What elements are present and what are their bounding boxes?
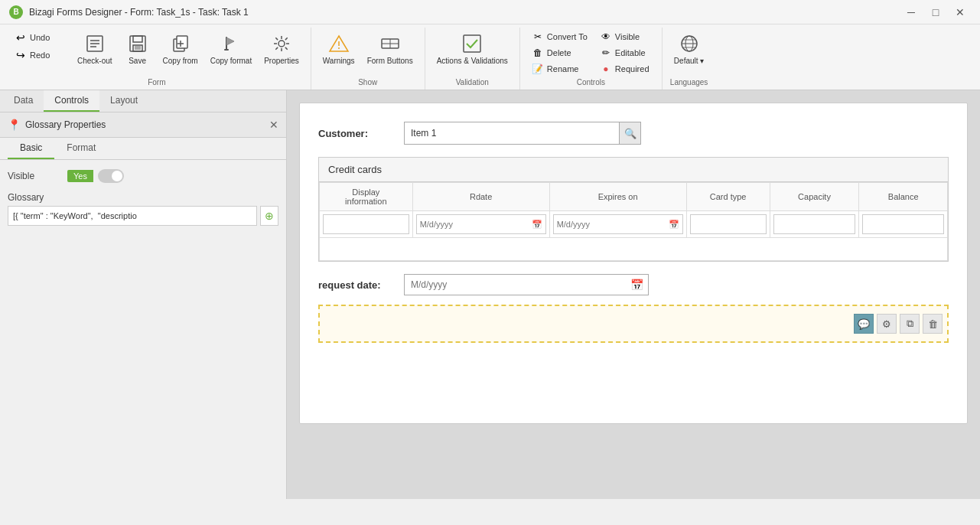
customer-row: Customer: 🔍 (318, 122, 949, 145)
panel-tab-basic[interactable]: Basic (8, 138, 54, 159)
tab-layout[interactable]: Layout (99, 90, 148, 112)
editable-icon: ✏ (600, 47, 612, 58)
languages-group-label: Languages (670, 77, 708, 90)
cell-card-type (686, 211, 770, 238)
properties-button[interactable]: Properties (259, 29, 304, 69)
checkout-icon (84, 33, 106, 54)
request-date-calendar-icon[interactable]: 📅 (626, 279, 648, 291)
customer-input[interactable] (405, 124, 619, 142)
validation-group-label: Validation (456, 77, 489, 90)
rename-button[interactable]: 📝 Rename (526, 61, 593, 77)
main-layout: Data Controls Layout 📍 Glossary Properti… (0, 90, 980, 499)
visible-button[interactable]: 👁 Visible (594, 29, 656, 44)
editable-label: Editable (615, 48, 646, 57)
editable-button[interactable]: ✏ Editable (594, 45, 656, 60)
ribbon-group-validation: Actions & Validations Validation (425, 28, 520, 90)
toggle-yes-label: Yes (67, 170, 93, 182)
table-header-row: Displayinformation Rdate Expires on Card… (320, 183, 948, 211)
copyfrom-icon (170, 33, 191, 54)
undo-button[interactable]: ↩ Undo (9, 29, 70, 46)
formbuttons-icon (379, 33, 401, 54)
panel-close-button[interactable]: ✕ (269, 119, 278, 131)
checkout-button[interactable]: Check-out (72, 29, 118, 69)
balance-input[interactable] (862, 214, 944, 234)
copyformat-button[interactable]: Copy format (205, 29, 257, 69)
delete-icon: 🗑 (532, 47, 544, 58)
col-display-info: Displayinformation (320, 183, 413, 211)
minimize-button[interactable]: ─ (900, 3, 922, 21)
table-empty-row (320, 238, 948, 261)
rename-icon: 📝 (532, 64, 544, 74)
validation-group-items: Actions & Validations (431, 29, 513, 77)
convertto-button[interactable]: ✂ Convert To (526, 29, 593, 44)
undo-icon: ↩ (15, 31, 27, 44)
save-icon (127, 33, 148, 54)
redo-button[interactable]: ↪ Redo (9, 47, 70, 64)
undo-redo-group: ↩ Undo ↪ Redo (9, 29, 70, 64)
window-controls[interactable]: ─ □ ✕ (900, 3, 971, 21)
app-icon: B (9, 5, 23, 19)
panel-tab-format[interactable]: Format (54, 138, 108, 159)
panel-tabs: Basic Format (0, 138, 286, 160)
title-bar-left: B Bizagi Forms Designer - Form: Task_1s … (9, 5, 249, 19)
cell-display-info (320, 211, 413, 238)
credit-cards-title: Credit cards (319, 158, 948, 182)
pin-icon: 📍 (8, 119, 21, 131)
ribbon-group-show: Warnings Form Buttons Show (311, 28, 425, 90)
close-button[interactable]: ✕ (949, 3, 971, 21)
display-info-input[interactable] (323, 214, 409, 234)
glossary-expand-button[interactable]: ⊕ (260, 206, 278, 226)
required-icon: ● (600, 64, 612, 74)
request-date-label: request date: (318, 279, 395, 291)
save-button[interactable]: Save (119, 29, 156, 69)
visible-toggle[interactable] (98, 169, 124, 183)
delete-button[interactable]: 🗑 Delete (526, 45, 593, 60)
save-label: Save (129, 57, 146, 65)
svg-rect-5 (133, 36, 142, 42)
expires-calendar-icon[interactable]: 📅 (666, 220, 682, 230)
card-type-input[interactable] (690, 214, 767, 234)
required-button[interactable]: ● Required (594, 61, 656, 77)
panel-header: 📍 Glossary Properties ✕ (0, 112, 286, 138)
comment-icon-button[interactable]: 💬 (854, 314, 874, 334)
glossary-input[interactable] (8, 206, 257, 226)
expires-input[interactable] (554, 220, 666, 229)
language-icon (679, 33, 700, 54)
convertto-icon: ✂ (532, 31, 544, 42)
col-balance: Balance (859, 183, 948, 211)
delete-icon-button[interactable]: 🗑 (923, 314, 943, 334)
tab-data[interactable]: Data (3, 90, 44, 112)
tab-controls[interactable]: Controls (44, 90, 99, 112)
warnings-button[interactable]: Warnings (317, 29, 360, 69)
ribbon-content: ↩ Undo ↪ Redo Check-out (0, 28, 980, 90)
col-capacity: Capacity (770, 183, 859, 211)
ribbon-group-form: ↩ Undo ↪ Redo Check-out (3, 28, 311, 90)
controls-group-items: ✂ Convert To 🗑 Delete 📝 Rename 👁 (526, 29, 656, 77)
ribbon-group-controls: ✂ Convert To 🗑 Delete 📝 Rename 👁 (520, 28, 663, 90)
rename-label: Rename (547, 64, 579, 73)
form-canvas: Customer: 🔍 Credit cards Displayinformat… (299, 103, 968, 424)
capacity-input[interactable] (773, 214, 856, 234)
customer-search-button[interactable]: 🔍 (619, 122, 640, 144)
copy-icon-button[interactable]: ⧉ (900, 314, 920, 334)
cell-rdate: 📅 (412, 211, 549, 238)
default-language-button[interactable]: Default ▾ (669, 29, 709, 69)
formbuttons-button[interactable]: Form Buttons (362, 29, 418, 69)
toggle-container: Yes (67, 169, 124, 183)
undo-label: Undo (30, 33, 50, 42)
app-title: Bizagi Forms Designer - Form: Task_1s - … (29, 7, 249, 18)
actionsvalidations-label: Actions & Validations (437, 57, 508, 65)
actionsvalidations-button[interactable]: Actions & Validations (431, 29, 513, 69)
warnings-icon (328, 33, 350, 54)
controls-small-group2: 👁 Visible ✏ Editable ● Required (594, 29, 656, 77)
copyfrom-button[interactable]: Copy from (158, 29, 203, 69)
rdate-calendar-icon[interactable]: 📅 (529, 220, 545, 230)
request-date-input[interactable] (405, 279, 626, 290)
maximize-button[interactable]: □ (925, 3, 946, 21)
rdate-input[interactable] (417, 220, 529, 229)
cell-capacity (770, 211, 859, 238)
dropzone-icons: 💬 ⚙ ⧉ 🗑 (854, 314, 943, 334)
formbuttons-label: Form Buttons (367, 57, 413, 65)
col-card-type: Card type (686, 183, 770, 211)
settings-icon-button[interactable]: ⚙ (877, 314, 897, 334)
